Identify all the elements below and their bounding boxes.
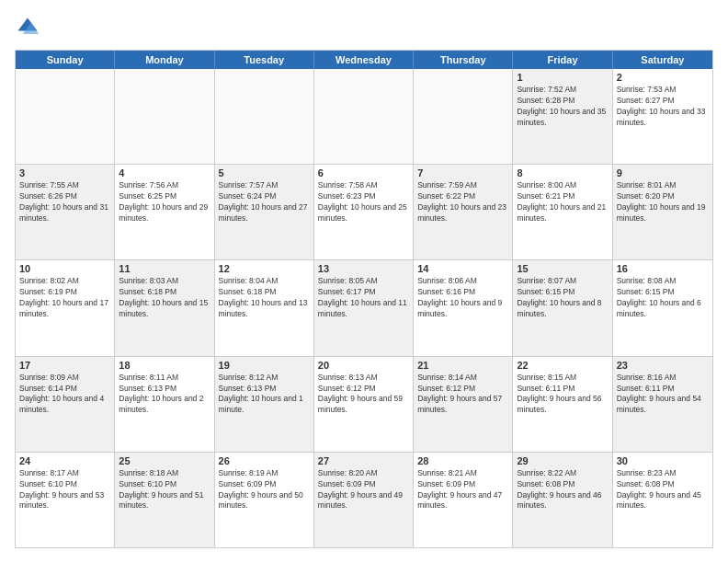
cell-info: Sunrise: 8:17 AM Sunset: 6:10 PM Dayligh… <box>19 468 110 512</box>
weekday-header: Monday <box>115 51 214 69</box>
cell-info: Sunrise: 7:55 AM Sunset: 6:26 PM Dayligh… <box>19 180 110 224</box>
calendar-cell <box>115 69 214 164</box>
day-number: 10 <box>19 263 110 274</box>
cell-info: Sunrise: 8:00 AM Sunset: 6:21 PM Dayligh… <box>517 180 608 224</box>
calendar-cell: 1Sunrise: 7:52 AM Sunset: 6:28 PM Daylig… <box>513 69 612 164</box>
calendar-cell: 4Sunrise: 7:56 AM Sunset: 6:25 PM Daylig… <box>115 165 214 259</box>
cell-info: Sunrise: 8:14 AM Sunset: 6:12 PM Dayligh… <box>417 373 508 417</box>
header <box>15 15 713 40</box>
cell-info: Sunrise: 8:21 AM Sunset: 6:09 PM Dayligh… <box>417 468 508 512</box>
calendar-row: 17Sunrise: 8:09 AM Sunset: 6:14 PM Dayli… <box>16 357 712 453</box>
calendar-cell: 18Sunrise: 8:11 AM Sunset: 6:13 PM Dayli… <box>115 357 214 452</box>
day-number: 4 <box>119 167 210 178</box>
page: SundayMondayTuesdayWednesdayThursdayFrid… <box>0 0 728 563</box>
day-number: 3 <box>19 167 110 178</box>
calendar-cell <box>314 69 414 164</box>
calendar-cell: 5Sunrise: 7:57 AM Sunset: 6:24 PM Daylig… <box>215 165 314 259</box>
cell-info: Sunrise: 7:52 AM Sunset: 6:28 PM Dayligh… <box>517 85 608 129</box>
day-number: 17 <box>19 360 110 371</box>
cell-info: Sunrise: 8:09 AM Sunset: 6:14 PM Dayligh… <box>19 373 110 417</box>
calendar-header: SundayMondayTuesdayWednesdayThursdayFrid… <box>16 51 712 69</box>
cell-info: Sunrise: 8:01 AM Sunset: 6:20 PM Dayligh… <box>617 180 709 224</box>
weekday-header: Tuesday <box>215 51 314 69</box>
calendar-cell: 21Sunrise: 8:14 AM Sunset: 6:12 PM Dayli… <box>414 357 513 452</box>
day-number: 11 <box>119 263 210 274</box>
day-number: 6 <box>318 167 409 178</box>
day-number: 18 <box>119 360 210 371</box>
calendar-cell: 11Sunrise: 8:03 AM Sunset: 6:18 PM Dayli… <box>115 260 214 355</box>
cell-info: Sunrise: 7:58 AM Sunset: 6:23 PM Dayligh… <box>318 180 409 224</box>
calendar-cell: 23Sunrise: 8:16 AM Sunset: 6:11 PM Dayli… <box>613 357 712 452</box>
logo <box>15 15 44 40</box>
day-number: 13 <box>318 263 409 274</box>
day-number: 25 <box>119 455 210 466</box>
calendar-cell: 22Sunrise: 8:15 AM Sunset: 6:11 PM Dayli… <box>513 357 612 452</box>
calendar-cell: 7Sunrise: 7:59 AM Sunset: 6:22 PM Daylig… <box>414 165 513 259</box>
day-number: 1 <box>517 72 608 83</box>
calendar-cell: 9Sunrise: 8:01 AM Sunset: 6:20 PM Daylig… <box>613 165 712 259</box>
cell-info: Sunrise: 8:19 AM Sunset: 6:09 PM Dayligh… <box>219 468 310 512</box>
cell-info: Sunrise: 8:12 AM Sunset: 6:13 PM Dayligh… <box>219 373 310 417</box>
weekday-header: Sunday <box>16 51 115 69</box>
cell-info: Sunrise: 8:04 AM Sunset: 6:18 PM Dayligh… <box>219 276 310 320</box>
calendar-cell: 19Sunrise: 8:12 AM Sunset: 6:13 PM Dayli… <box>215 357 314 452</box>
cell-info: Sunrise: 8:18 AM Sunset: 6:10 PM Dayligh… <box>119 468 210 512</box>
day-number: 24 <box>19 455 110 466</box>
day-number: 30 <box>617 455 709 466</box>
calendar-cell: 14Sunrise: 8:06 AM Sunset: 6:16 PM Dayli… <box>414 260 513 355</box>
cell-info: Sunrise: 8:23 AM Sunset: 6:08 PM Dayligh… <box>617 468 709 512</box>
day-number: 22 <box>517 360 608 371</box>
calendar-cell: 24Sunrise: 8:17 AM Sunset: 6:10 PM Dayli… <box>16 453 115 547</box>
calendar-row: 3Sunrise: 7:55 AM Sunset: 6:26 PM Daylig… <box>16 165 712 260</box>
calendar: SundayMondayTuesdayWednesdayThursdayFrid… <box>15 50 713 548</box>
day-number: 2 <box>617 72 709 83</box>
day-number: 29 <box>517 455 608 466</box>
calendar-cell: 30Sunrise: 8:23 AM Sunset: 6:08 PM Dayli… <box>613 453 712 547</box>
calendar-row: 10Sunrise: 8:02 AM Sunset: 6:19 PM Dayli… <box>16 260 712 356</box>
calendar-cell: 6Sunrise: 7:58 AM Sunset: 6:23 PM Daylig… <box>314 165 414 259</box>
calendar-cell: 3Sunrise: 7:55 AM Sunset: 6:26 PM Daylig… <box>16 165 115 259</box>
calendar-cell: 10Sunrise: 8:02 AM Sunset: 6:19 PM Dayli… <box>16 260 115 355</box>
day-number: 26 <box>219 455 310 466</box>
weekday-header: Thursday <box>414 51 513 69</box>
day-number: 5 <box>219 167 310 178</box>
calendar-row: 24Sunrise: 8:17 AM Sunset: 6:10 PM Dayli… <box>16 453 712 547</box>
calendar-cell: 28Sunrise: 8:21 AM Sunset: 6:09 PM Dayli… <box>414 453 513 547</box>
calendar-cell: 27Sunrise: 8:20 AM Sunset: 6:09 PM Dayli… <box>314 453 414 547</box>
day-number: 20 <box>318 360 409 371</box>
cell-info: Sunrise: 8:20 AM Sunset: 6:09 PM Dayligh… <box>318 468 409 512</box>
day-number: 16 <box>617 263 709 274</box>
weekday-header: Wednesday <box>314 51 414 69</box>
cell-info: Sunrise: 8:13 AM Sunset: 6:12 PM Dayligh… <box>318 373 409 417</box>
calendar-cell: 15Sunrise: 8:07 AM Sunset: 6:15 PM Dayli… <box>513 260 612 355</box>
calendar-cell <box>215 69 314 164</box>
day-number: 9 <box>617 167 709 178</box>
day-number: 23 <box>617 360 709 371</box>
calendar-cell: 20Sunrise: 8:13 AM Sunset: 6:12 PM Dayli… <box>314 357 414 452</box>
calendar-cell: 25Sunrise: 8:18 AM Sunset: 6:10 PM Dayli… <box>115 453 214 547</box>
cell-info: Sunrise: 8:15 AM Sunset: 6:11 PM Dayligh… <box>517 373 608 417</box>
weekday-header: Friday <box>513 51 612 69</box>
logo-icon <box>15 15 40 40</box>
day-number: 12 <box>219 263 310 274</box>
calendar-cell <box>414 69 513 164</box>
calendar-cell <box>16 69 115 164</box>
day-number: 15 <box>517 263 608 274</box>
cell-info: Sunrise: 8:03 AM Sunset: 6:18 PM Dayligh… <box>119 276 210 320</box>
cell-info: Sunrise: 8:11 AM Sunset: 6:13 PM Dayligh… <box>119 373 210 417</box>
cell-info: Sunrise: 8:16 AM Sunset: 6:11 PM Dayligh… <box>617 373 709 417</box>
calendar-row: 1Sunrise: 7:52 AM Sunset: 6:28 PM Daylig… <box>16 69 712 165</box>
calendar-cell: 29Sunrise: 8:22 AM Sunset: 6:08 PM Dayli… <box>513 453 612 547</box>
cell-info: Sunrise: 8:06 AM Sunset: 6:16 PM Dayligh… <box>417 276 508 320</box>
calendar-cell: 17Sunrise: 8:09 AM Sunset: 6:14 PM Dayli… <box>16 357 115 452</box>
calendar-body: 1Sunrise: 7:52 AM Sunset: 6:28 PM Daylig… <box>16 69 712 547</box>
day-number: 14 <box>417 263 508 274</box>
day-number: 21 <box>417 360 508 371</box>
day-number: 27 <box>318 455 409 466</box>
cell-info: Sunrise: 8:02 AM Sunset: 6:19 PM Dayligh… <box>19 276 110 320</box>
day-number: 8 <box>517 167 608 178</box>
calendar-cell: 26Sunrise: 8:19 AM Sunset: 6:09 PM Dayli… <box>215 453 314 547</box>
calendar-cell: 8Sunrise: 8:00 AM Sunset: 6:21 PM Daylig… <box>513 165 612 259</box>
day-number: 7 <box>417 167 508 178</box>
cell-info: Sunrise: 8:05 AM Sunset: 6:17 PM Dayligh… <box>318 276 409 320</box>
